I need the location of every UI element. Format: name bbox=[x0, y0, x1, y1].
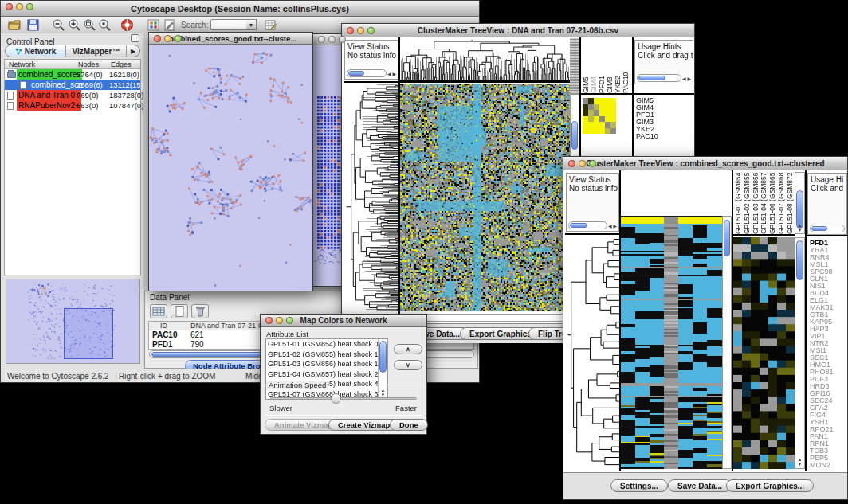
matrix-cell[interactable] bbox=[583, 104, 588, 111]
treeview1-titlebar[interactable]: ClusterMaker TreeView : DNA and Tran 07-… bbox=[342, 24, 694, 37]
save-icon[interactable] bbox=[26, 18, 40, 32]
tv2-labels-scroll-arrows[interactable]: ▲▼ bbox=[795, 223, 804, 232]
matrix-cell[interactable] bbox=[588, 122, 594, 128]
zoom-selected-icon[interactable] bbox=[98, 18, 112, 32]
matrix-cell[interactable] bbox=[588, 116, 594, 123]
tab-overflow-arrow[interactable]: ▶ bbox=[127, 45, 139, 57]
tv1-usage-scroll-arrows[interactable]: ◀ ▶ bbox=[682, 76, 691, 81]
settings-button[interactable]: Settings... bbox=[610, 479, 668, 492]
matrix-cell[interactable] bbox=[605, 110, 610, 116]
open-folder-icon[interactable] bbox=[8, 18, 22, 32]
matrix-cell[interactable] bbox=[588, 98, 594, 104]
tv2-zoom-vscroll-thumb[interactable] bbox=[796, 240, 803, 280]
matrix-cell[interactable] bbox=[599, 128, 605, 135]
vizmapper-icon[interactable] bbox=[147, 18, 160, 32]
tv1-column-dendrogram[interactable] bbox=[400, 38, 570, 80]
attribute-list-vscrollbar[interactable]: ▲▼ bbox=[378, 339, 387, 399]
delete-attribute-icon[interactable] bbox=[191, 304, 209, 318]
matrix-cell[interactable] bbox=[599, 110, 605, 116]
zoom-fit-icon[interactable] bbox=[83, 18, 96, 32]
matrix-cell[interactable] bbox=[610, 116, 616, 123]
search-input[interactable] bbox=[210, 19, 247, 30]
create-vizmap-button[interactable]: Create Vizmap bbox=[328, 419, 399, 431]
save-data-button[interactable]: Save Data... bbox=[668, 479, 732, 492]
matrix-cell[interactable] bbox=[588, 110, 594, 116]
zoom-button[interactable] bbox=[339, 36, 346, 43]
close-button[interactable] bbox=[568, 160, 575, 167]
tv2-gene-label[interactable]: MON2 bbox=[810, 462, 834, 469]
matrix-cell[interactable] bbox=[610, 128, 616, 135]
tv2-status-scroll-arrows[interactable]: ◀ ▶ bbox=[608, 224, 617, 229]
attribute-up-button[interactable]: ∧ bbox=[394, 344, 422, 354]
zoom-button[interactable] bbox=[367, 27, 375, 34]
tv1-usage-hscrollbar[interactable] bbox=[637, 74, 681, 82]
attribute-item[interactable]: GPL51-02 (GSM855) heat shock 10 min bbox=[266, 350, 387, 360]
matrix-cell[interactable] bbox=[605, 128, 610, 135]
zoom-in-icon[interactable] bbox=[68, 18, 81, 32]
tv2-status-hscroll-thumb[interactable] bbox=[570, 223, 587, 228]
matrix-cell[interactable] bbox=[605, 116, 610, 123]
matrix-cell[interactable] bbox=[583, 128, 588, 135]
zoom-out-icon[interactable] bbox=[52, 18, 65, 32]
tv2-zoom-heatmap[interactable] bbox=[733, 237, 795, 469]
matrix-cell[interactable] bbox=[594, 128, 599, 135]
close-button[interactable] bbox=[6, 3, 13, 10]
matrix-cell[interactable] bbox=[583, 98, 588, 104]
attribute-list-scroll-arrows[interactable]: ▲▼ bbox=[379, 388, 387, 397]
tv2-heatmap-vscrollbar[interactable] bbox=[722, 216, 732, 469]
network-row[interactable]: combined_scores2764(0)16218(0) bbox=[5, 69, 140, 80]
export-graphics-button[interactable]: Export Graphics... bbox=[726, 479, 814, 492]
minimize-button[interactable] bbox=[579, 160, 586, 167]
close-button[interactable] bbox=[265, 317, 273, 324]
matrix-cell[interactable] bbox=[610, 98, 616, 104]
close-button[interactable] bbox=[154, 35, 161, 42]
network-name[interactable]: DNA and Tran 07 bbox=[17, 90, 81, 100]
matrix-cell[interactable] bbox=[583, 110, 588, 116]
minimize-button[interactable] bbox=[16, 3, 23, 10]
matrix-cell[interactable] bbox=[594, 110, 599, 116]
close-button[interactable] bbox=[347, 27, 354, 34]
tv1-heatmap[interactable] bbox=[400, 84, 570, 311]
close-button[interactable] bbox=[318, 36, 325, 43]
birdseye-canvas[interactable] bbox=[6, 279, 139, 363]
tab-vizmapper[interactable]: VizMapper™ bbox=[66, 45, 127, 57]
done-button[interactable]: Done bbox=[390, 419, 428, 431]
tv2-labels-vscrollbar[interactable]: ▲▼ bbox=[795, 172, 805, 234]
matrix-cell[interactable] bbox=[588, 104, 594, 111]
zoom-button[interactable] bbox=[175, 35, 182, 42]
float-panel-icon[interactable] bbox=[131, 34, 139, 42]
map-dialog-titlebar[interactable]: Map Colors to Network bbox=[261, 315, 426, 327]
network-window-titlebar[interactable]: combined_scores_good.txt--cluste... bbox=[149, 33, 312, 45]
matrix-cell[interactable] bbox=[594, 122, 599, 128]
tv1-status-scroll-arrows[interactable]: ◀ ▶ bbox=[387, 72, 396, 76]
minimize-button[interactable] bbox=[276, 317, 283, 324]
matrix-cell[interactable] bbox=[594, 98, 599, 104]
attribute-item[interactable]: GPL51-04 (GSM857) heat shock 20 min bbox=[266, 369, 387, 380]
attribute-item[interactable]: GPL51-03 (GSM856) heat shock 15 min bbox=[266, 359, 387, 369]
matrix-cell[interactable] bbox=[594, 116, 599, 123]
tv1-status-hscrollbar[interactable] bbox=[347, 69, 387, 77]
tv2-heatmap-vscroll-thumb[interactable] bbox=[724, 220, 730, 256]
tab-network[interactable]: Network bbox=[6, 45, 66, 57]
network-row[interactable]: RNAPuberNov2+563(0)107847(0) bbox=[5, 100, 140, 111]
network-row[interactable]: DNA and Tran 07769(0)183728(0) bbox=[5, 90, 140, 100]
birdseye-view[interactable] bbox=[6, 279, 140, 364]
zoom-button[interactable] bbox=[26, 3, 33, 10]
network-row[interactable]: combined_sco2569(6)13112(15) bbox=[5, 80, 140, 90]
matrix-cell[interactable] bbox=[605, 122, 610, 128]
network-canvas[interactable] bbox=[149, 45, 312, 291]
tv1-status-hscroll-thumb[interactable] bbox=[348, 71, 364, 76]
matrix-cell[interactable] bbox=[588, 128, 594, 135]
animation-speed-slider[interactable] bbox=[270, 397, 417, 400]
zoom-button[interactable] bbox=[286, 317, 293, 324]
network-name[interactable]: combined_scores bbox=[17, 69, 82, 80]
tv2-usage-hscrollbar[interactable] bbox=[810, 225, 845, 232]
tv1-row-dendrogram[interactable] bbox=[344, 84, 398, 311]
matrix-cell[interactable] bbox=[599, 104, 605, 111]
search-dropdown-arrow[interactable]: ▼ bbox=[246, 19, 257, 30]
minimize-button[interactable] bbox=[357, 27, 364, 34]
main-titlebar[interactable]: Cytoscape Desktop (Session Name: collins… bbox=[1, 1, 479, 17]
attribute-grid-icon[interactable] bbox=[150, 304, 167, 318]
treeview2-titlebar[interactable]: ClusterMaker TreeView : combined_scores_… bbox=[563, 157, 847, 170]
matrix-cell[interactable] bbox=[583, 122, 588, 128]
